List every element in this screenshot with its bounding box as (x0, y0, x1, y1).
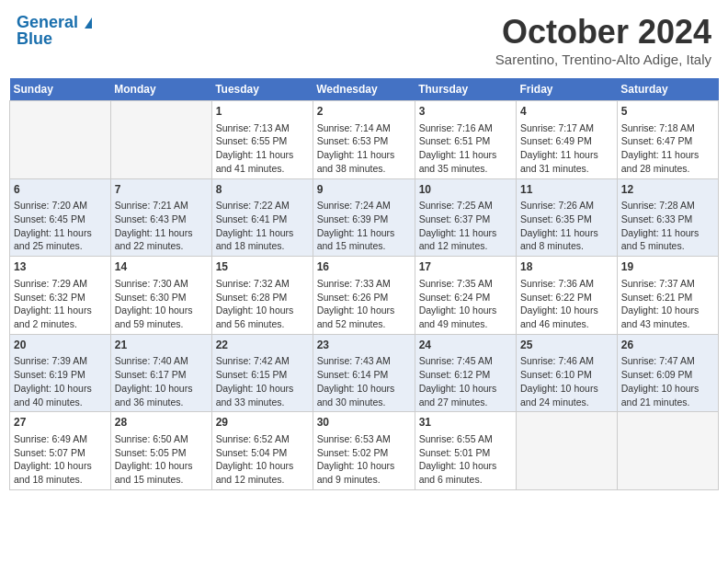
day-info: Sunset: 6:49 PM (520, 134, 613, 148)
day-number: 22 (216, 338, 309, 353)
day-number: 6 (14, 182, 107, 198)
day-info: Daylight: 11 hours and 22 minutes. (115, 226, 208, 253)
day-info: Sunrise: 6:53 AM (317, 432, 411, 446)
day-number: 14 (115, 259, 208, 275)
calendar-cell: 24Sunrise: 7:45 AMSunset: 6:12 PMDayligh… (415, 334, 516, 412)
day-info: Sunset: 6:24 PM (419, 291, 512, 304)
day-number: 15 (216, 259, 309, 275)
day-number: 16 (317, 259, 411, 275)
day-number: 18 (520, 259, 613, 275)
calendar-cell: 17Sunrise: 7:35 AMSunset: 6:24 PMDayligh… (415, 257, 516, 335)
week-row-3: 13Sunrise: 7:29 AMSunset: 6:32 PMDayligh… (10, 257, 719, 335)
col-header-thursday: Thursday (415, 78, 516, 101)
day-info: Daylight: 10 hours and 40 minutes. (14, 382, 107, 408)
day-number: 8 (216, 182, 309, 198)
calendar-cell: 9Sunrise: 7:24 AMSunset: 6:39 PMDaylight… (313, 178, 415, 257)
day-number: 11 (520, 182, 613, 198)
day-number: 10 (419, 182, 512, 198)
day-info: Sunset: 6:43 PM (115, 213, 208, 226)
day-info: Daylight: 10 hours and 56 minutes. (216, 304, 309, 330)
week-row-5: 27Sunrise: 6:49 AMSunset: 5:07 PMDayligh… (10, 412, 719, 490)
day-info: Sunset: 6:37 PM (419, 213, 512, 226)
day-number: 23 (317, 338, 411, 353)
day-info: Sunrise: 7:25 AM (419, 199, 512, 213)
day-info: Sunrise: 7:21 AM (115, 199, 208, 213)
day-info: Sunrise: 6:49 AM (14, 432, 107, 446)
day-number: 7 (115, 182, 208, 198)
calendar-cell: 23Sunrise: 7:43 AMSunset: 6:14 PMDayligh… (313, 334, 415, 412)
month-title: October 2024 (495, 13, 711, 52)
calendar-cell: 8Sunrise: 7:22 AMSunset: 6:41 PMDaylight… (211, 178, 313, 257)
calendar-cell (10, 101, 111, 179)
day-info: Sunset: 6:17 PM (115, 368, 208, 382)
day-info: Sunset: 6:33 PM (621, 213, 714, 226)
day-info: Sunrise: 7:16 AM (419, 121, 512, 135)
day-info: Daylight: 11 hours and 8 minutes. (520, 226, 613, 253)
day-info: Sunrise: 7:43 AM (317, 354, 411, 368)
day-info: Daylight: 10 hours and 12 minutes. (216, 459, 309, 486)
day-info: Sunset: 5:04 PM (216, 446, 309, 460)
day-number: 13 (14, 259, 107, 275)
calendar-cell: 27Sunrise: 6:49 AMSunset: 5:07 PMDayligh… (10, 412, 111, 490)
day-info: Daylight: 11 hours and 12 minutes. (419, 226, 512, 253)
day-number: 26 (621, 338, 714, 353)
day-info: Sunset: 6:32 PM (14, 291, 107, 304)
location: Sarentino, Trentino-Alto Adige, Italy (495, 52, 711, 67)
day-info: Daylight: 10 hours and 6 minutes. (419, 459, 512, 486)
calendar-header-row: SundayMondayTuesdayWednesdayThursdayFrid… (10, 78, 719, 101)
calendar-cell: 5Sunrise: 7:18 AMSunset: 6:47 PMDaylight… (617, 101, 718, 179)
col-header-friday: Friday (517, 78, 618, 101)
day-info: Sunrise: 7:33 AM (317, 277, 411, 291)
day-info: Sunrise: 7:14 AM (317, 121, 411, 135)
day-info: Daylight: 11 hours and 2 minutes. (14, 304, 107, 330)
logo-triangle-icon (85, 17, 92, 29)
calendar-cell: 28Sunrise: 6:50 AMSunset: 5:05 PMDayligh… (110, 412, 211, 490)
day-info: Daylight: 10 hours and 24 minutes. (520, 382, 613, 408)
calendar-cell: 2Sunrise: 7:14 AMSunset: 6:53 PMDaylight… (313, 101, 415, 179)
calendar-cell: 15Sunrise: 7:32 AMSunset: 6:28 PMDayligh… (211, 257, 313, 335)
day-info: Daylight: 11 hours and 28 minutes. (621, 148, 714, 175)
day-info: Sunrise: 7:22 AM (216, 199, 309, 213)
calendar-cell: 14Sunrise: 7:30 AMSunset: 6:30 PMDayligh… (110, 257, 211, 335)
day-info: Daylight: 11 hours and 25 minutes. (14, 226, 107, 253)
day-info: Sunrise: 7:24 AM (317, 199, 411, 213)
day-info: Daylight: 11 hours and 31 minutes. (520, 148, 613, 175)
calendar-cell: 22Sunrise: 7:42 AMSunset: 6:15 PMDayligh… (211, 334, 313, 412)
day-info: Sunset: 6:28 PM (216, 291, 309, 304)
day-info: Sunrise: 7:30 AM (115, 277, 208, 291)
day-info: Daylight: 10 hours and 52 minutes. (317, 304, 411, 330)
day-info: Sunrise: 7:45 AM (419, 354, 512, 368)
day-info: Daylight: 10 hours and 18 minutes. (14, 459, 107, 486)
day-info: Sunrise: 7:36 AM (520, 277, 613, 291)
day-number: 25 (520, 338, 613, 353)
calendar-cell: 25Sunrise: 7:46 AMSunset: 6:10 PMDayligh… (517, 334, 618, 412)
day-info: Daylight: 10 hours and 21 minutes. (621, 382, 714, 408)
day-info: Sunset: 5:02 PM (317, 446, 411, 460)
day-info: Daylight: 10 hours and 36 minutes. (115, 382, 208, 408)
logo: General Blue (17, 13, 92, 49)
day-info: Sunrise: 7:35 AM (419, 277, 512, 291)
day-info: Sunset: 6:53 PM (317, 134, 411, 148)
day-info: Sunrise: 7:28 AM (621, 199, 714, 213)
title-block: October 2024 Sarentino, Trentino-Alto Ad… (495, 13, 711, 67)
day-info: Daylight: 11 hours and 15 minutes. (317, 226, 411, 253)
day-info: Sunrise: 7:18 AM (621, 121, 714, 135)
day-info: Sunrise: 7:17 AM (520, 121, 613, 135)
day-info: Sunrise: 6:55 AM (419, 432, 512, 446)
calendar-cell: 12Sunrise: 7:28 AMSunset: 6:33 PMDayligh… (617, 178, 718, 257)
day-info: Sunset: 6:15 PM (216, 368, 309, 382)
day-info: Sunset: 6:30 PM (115, 291, 208, 304)
calendar-body: 1Sunrise: 7:13 AMSunset: 6:55 PMDaylight… (10, 101, 719, 490)
calendar-cell: 1Sunrise: 7:13 AMSunset: 6:55 PMDaylight… (211, 101, 313, 179)
day-info: Sunset: 6:22 PM (520, 291, 613, 304)
day-info: Daylight: 10 hours and 27 minutes. (419, 382, 512, 408)
calendar-cell: 11Sunrise: 7:26 AMSunset: 6:35 PMDayligh… (517, 178, 618, 257)
week-row-2: 6Sunrise: 7:20 AMSunset: 6:45 PMDaylight… (10, 178, 719, 257)
day-number: 30 (317, 415, 411, 431)
week-row-4: 20Sunrise: 7:39 AMSunset: 6:19 PMDayligh… (10, 334, 719, 412)
calendar-cell (617, 412, 718, 490)
calendar-cell: 21Sunrise: 7:40 AMSunset: 6:17 PMDayligh… (110, 334, 211, 412)
day-info: Sunset: 6:41 PM (216, 213, 309, 226)
col-header-monday: Monday (110, 78, 211, 101)
calendar-cell (110, 101, 211, 179)
